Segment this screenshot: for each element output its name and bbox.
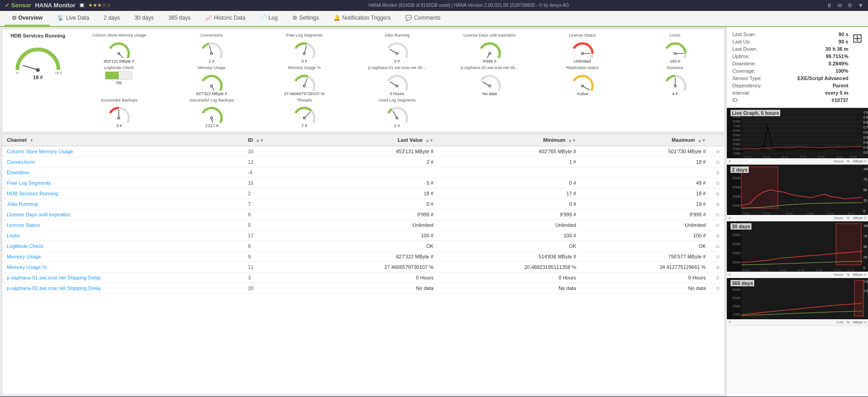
top-bar: ✓ Sensor HANA Monitor 🔲 ★★★☆☆ HANA Monit… (0, 0, 868, 11)
settings-icon-top[interactable]: ⚙ (847, 2, 852, 9)
pause-icon[interactable]: ⏸ (826, 2, 832, 9)
col-id[interactable]: ID ▲▼ (243, 134, 302, 146)
row-link-icon-11[interactable]: ⊙ (716, 265, 720, 270)
gauge-value-13: 4 # (672, 91, 678, 96)
row-link-icon-7[interactable]: ⊙ (716, 223, 720, 228)
cell-channel-10: Memory Usage (2, 252, 243, 262)
table-row: p-saphana-01.swi.srse.net Shipping Delay… (2, 273, 724, 283)
svg-text:19.09: 19.09 (815, 269, 823, 272)
qr-code-icon[interactable]: ⊞ (852, 31, 863, 45)
row-link-icon-2[interactable]: ⊙ (716, 170, 720, 175)
cell-last-0: 453'131 MByte # (302, 146, 438, 157)
col-lastvalue[interactable]: Last Value ▲▼ (302, 134, 438, 146)
channel-link-9[interactable]: LogMode Check (7, 243, 43, 249)
tab-365days[interactable]: 365 days (161, 11, 198, 26)
tab-2days[interactable]: 2 days (96, 11, 127, 26)
cell-last-6: 9'999 # (302, 209, 438, 220)
cell-min-0: 402'765 MByte # (438, 146, 581, 157)
channel-link-12[interactable]: p-saphana-01.swi.srse.net Shipping Delay (7, 275, 101, 280)
sort-minimum[interactable]: ▲▼ (568, 138, 576, 143)
gauge-svg-16 (291, 103, 318, 123)
id-label: ID: (732, 97, 739, 103)
row-link-icon-4[interactable]: ⊙ (716, 191, 720, 196)
gauge-item-6: Locks 100 # (630, 33, 720, 64)
row-link-icon-9[interactable]: ⊙ (716, 244, 720, 249)
svg-text:75: 75 (863, 235, 867, 238)
svg-text:08:00: 08:00 (818, 156, 825, 158)
svg-text:4'000: 4'000 (733, 195, 741, 198)
channel-link-1[interactable]: Connections (7, 159, 35, 165)
svg-text:04.09: 04.09 (743, 269, 750, 272)
gauge-label-4: License Days until expiration (464, 33, 516, 38)
2days-right-labels: Hours % MByte # (834, 216, 866, 220)
tab-notifications[interactable]: 🔔 Notification Triggers (326, 11, 398, 26)
mail-icon[interactable]: ✉ (837, 2, 842, 9)
channel-link-6[interactable]: License Days until expiration (7, 212, 71, 217)
channel-link-2[interactable]: Downtime (7, 170, 29, 175)
cell-min-8: 100 # (438, 231, 581, 241)
col-maximum[interactable]: Maximum ▲▼ (581, 134, 710, 146)
cell-last-12: 0 Hours (302, 273, 438, 283)
col-minimum[interactable]: Minimum ▲▼ (438, 134, 581, 146)
gauge-label-7: LogMode Check (104, 65, 134, 70)
channel-link-5[interactable]: Jobs Running (7, 201, 37, 207)
cell-id-3: 15 (243, 178, 302, 188)
row-link-icon-0[interactable]: ⊙ (716, 149, 720, 154)
gauge-value-9: 27.4606579730107 % (284, 91, 324, 96)
gauge-label-11: p-saphana-02.swi.srse.net Sh... (461, 65, 519, 70)
channel-link-4[interactable]: HDB Services Running (7, 191, 58, 196)
cell-id-4: 2 (243, 188, 302, 199)
channel-link-8[interactable]: Locks (7, 233, 20, 238)
sort-maximum[interactable]: ▲▼ (698, 138, 706, 143)
channel-link-3[interactable]: Free Log Segments (7, 180, 51, 186)
cell-action-11: ⊙ (710, 262, 724, 273)
row-link-icon-6[interactable]: ⊙ (716, 212, 720, 217)
tab-log[interactable]: 📄 Log (253, 11, 285, 26)
table-row: Locks 17 100 # 100 # 100 # ⊙ (2, 231, 724, 241)
30days-left-label: // (729, 273, 730, 277)
graph-365days-title: 365 days (730, 280, 754, 286)
tab-30days[interactable]: 30 days (127, 11, 161, 26)
row-link-icon-10[interactable]: ⊙ (716, 254, 720, 259)
table-row: HDB Services Running 2 18 # 17 # 18 # ⊙ (2, 188, 724, 199)
row-link-icon-1[interactable]: ⊙ (716, 160, 720, 165)
coverage-value: 100% (836, 68, 848, 74)
row-link-icon-12[interactable]: ⊙ (716, 275, 720, 280)
sort-channel[interactable]: ▼ (29, 138, 33, 143)
sort-id[interactable]: ▲▼ (256, 138, 264, 143)
channel-link-7[interactable]: License Status (7, 222, 40, 228)
tab-historic[interactable]: 📈 Historic Data (198, 11, 253, 26)
channel-link-0[interactable]: Column Store Memory Usage (7, 149, 73, 154)
sort-lastvalue[interactable]: ▲▼ (425, 138, 434, 143)
svg-point-33 (396, 85, 397, 86)
svg-text:01.10: 01.10 (847, 269, 855, 272)
gauge-svg-3 (383, 39, 411, 58)
row-link-icon-13[interactable]: ⊙ (716, 286, 720, 291)
id-value: #10737 (831, 97, 848, 103)
gauge-item-7: LogMode Check OK (74, 65, 164, 96)
svg-point-15 (396, 53, 397, 54)
cell-max-10: 750'577 MByte # (581, 252, 710, 262)
gauge-value-11: No data (482, 91, 497, 96)
channel-link-13[interactable]: p-saphana-02.swi.srse.net Shipping Delay (7, 285, 101, 291)
svg-text:09:35: 09:35 (850, 156, 857, 158)
channel-link-11[interactable]: Memory Usage % (7, 264, 47, 270)
svg-point-6 (118, 53, 120, 54)
row-link-icon-8[interactable]: ⊙ (716, 233, 720, 238)
overview-icon: ⊙ (12, 15, 16, 21)
live-graph-left-axis-label: // (729, 159, 730, 163)
col-channel[interactable]: Channel ▼ (2, 134, 243, 146)
tab-overview[interactable]: ⊙ Overview (5, 11, 50, 26)
tab-settings[interactable]: ⚙ Settings (285, 11, 326, 26)
cell-max-13: No data (581, 283, 710, 294)
channel-link-10[interactable]: Memory Usage (7, 254, 41, 259)
cell-id-9: 8 (243, 241, 302, 252)
tab-comments[interactable]: 💬 Comments (398, 11, 448, 26)
tab-livedata[interactable]: 📡 Live Data (50, 11, 96, 26)
svg-text:0: 0 (863, 209, 865, 213)
row-link-icon-3[interactable]: ⊙ (716, 181, 720, 186)
dropdown-icon[interactable]: ▼ (858, 2, 863, 9)
2days-left-label: // (729, 216, 730, 220)
svg-text:0: 0 (863, 266, 865, 269)
row-link-icon-5[interactable]: ⊙ (716, 202, 720, 207)
